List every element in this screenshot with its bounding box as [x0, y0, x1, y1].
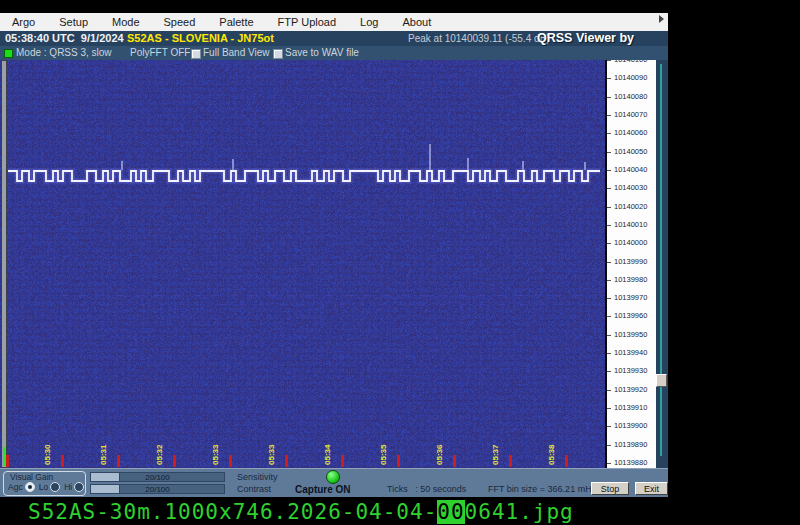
filename-highlight: 00	[437, 500, 464, 524]
menu-item-speed[interactable]: Speed	[152, 13, 208, 31]
freq-label: 10139980	[607, 276, 647, 284]
capture-led-icon	[326, 470, 340, 484]
audio-level-meter	[1, 60, 7, 468]
time-tick-mark	[173, 455, 176, 467]
freq-label: 10139910	[607, 404, 647, 412]
time-tick-mark	[117, 455, 120, 467]
menu-item-mode[interactable]: Mode	[100, 13, 152, 31]
time-tick-mark	[397, 455, 400, 467]
freq-label: 10140020	[607, 203, 647, 211]
contrast-slider[interactable]: 20/100	[90, 484, 225, 494]
mode-status: Mode : QRSS 3, slow	[16, 47, 112, 58]
freq-label: 10139950	[607, 331, 647, 339]
time-tick-label: 05:32	[155, 435, 165, 465]
time-tick-mark	[565, 455, 568, 467]
freq-label: 10140060	[607, 129, 647, 137]
visual-gain-option-label[interactable]: Hi	[64, 482, 72, 492]
time-tick-label: 05:38	[547, 435, 557, 465]
time-tick-label: 05:35	[379, 435, 389, 465]
full-band-view-label[interactable]: Full Band View	[203, 47, 270, 58]
visual-gain-option-label[interactable]: Lo	[39, 482, 48, 492]
save-wav-checkbox[interactable]	[273, 49, 283, 59]
time-tick-mark	[509, 455, 512, 467]
freq-label: 10139960	[607, 312, 647, 320]
time-tick-label: 05:33	[267, 435, 277, 465]
freq-label: 10139920	[607, 386, 647, 394]
scrollbar-thumb[interactable]	[656, 374, 667, 387]
time-tick-label: 05:37	[491, 435, 501, 465]
freq-label: 10139890	[607, 441, 647, 449]
menu-item-argo[interactable]: Argo	[0, 13, 47, 31]
freq-label: 10140000	[607, 239, 647, 247]
menu-item-setup[interactable]: Setup	[47, 13, 100, 31]
polyfft-toggle[interactable]: PolyFFT OFF	[130, 47, 190, 58]
control-panel: Visual Gain AgcLoHi 20/100 Sensitivity 2…	[0, 468, 668, 497]
menu-bar: ArgoSetupModeSpeedPaletteFTP UploadLogAb…	[0, 13, 668, 32]
ticks-info: Ticks : 50 seconds	[387, 484, 466, 494]
freq-label: 10140030	[607, 184, 647, 192]
sensitivity-value: 20/100	[91, 473, 224, 482]
freq-label: 10139970	[607, 294, 647, 302]
freq-label: 10140100	[607, 60, 647, 64]
utc-clock: 05:38:40 UTC 9/1/2024	[5, 32, 124, 44]
full-band-view-checkbox[interactable]	[191, 49, 201, 59]
menu-item-log[interactable]: Log	[348, 13, 390, 31]
filename-post: 0641.jpg	[465, 500, 574, 524]
mode-led-icon	[4, 49, 13, 58]
exit-button[interactable]: Exit	[635, 482, 668, 495]
scrollbar-track[interactable]	[660, 64, 662, 456]
visual-gain-radios: AgcLoHi	[8, 482, 88, 492]
menu-overflow-arrow-icon[interactable]	[659, 15, 664, 23]
visual-gain-group: Visual Gain AgcLoHi	[3, 471, 86, 496]
status-bar: 05:38:40 UTC 9/1/2024 S52AS - SLOVENIA -…	[0, 31, 668, 46]
time-tick-mark	[453, 455, 456, 467]
freq-label: 10140090	[607, 74, 647, 82]
sensitivity-slider[interactable]: 20/100	[90, 472, 225, 482]
visual-gain-radio-hi[interactable]	[74, 482, 84, 492]
station-callsign: S52AS - SLOVENIA - JN75ot	[127, 32, 274, 44]
capture-status: Capture ON	[295, 484, 351, 495]
time-tick-mark	[6, 455, 9, 467]
time-tick-mark	[341, 455, 344, 467]
filename-pre: S52AS-30m.1000x746.2026-04-04-	[28, 500, 437, 524]
visual-gain-option-label[interactable]: Agc	[8, 482, 23, 492]
waterfall-noise	[0, 60, 605, 468]
freq-label: 10139900	[607, 422, 647, 430]
time-tick-label: 05:36	[435, 435, 445, 465]
mode-bar: Mode : QRSS 3, slow PolyFFT OFF Full Ban…	[0, 46, 668, 61]
time-tick-label: 05:33	[211, 435, 221, 465]
freq-label: 10139990	[607, 258, 647, 266]
visual-gain-radio-agc[interactable]	[25, 482, 35, 492]
frequency-scrollbar[interactable]	[656, 60, 668, 468]
visual-gain-title: Visual Gain	[10, 472, 53, 482]
freq-label: 10140050	[607, 148, 647, 156]
frequency-scale: 1014010010140090101400801014007010140060…	[605, 60, 656, 468]
waterfall-display[interactable]: 05:3005:3105:3205:3305:3305:3405:3505:36…	[0, 60, 605, 468]
visual-gain-radio-lo[interactable]	[50, 482, 60, 492]
stop-button[interactable]: Stop	[591, 482, 629, 495]
time-tick-label: 05:30	[43, 435, 53, 465]
freq-label: 10140070	[607, 111, 647, 119]
saved-capture-filename: S52AS-30m.1000x746.2026-04-04-000641.jpg	[28, 500, 574, 524]
time-tick-mark	[285, 455, 288, 467]
time-tick-mark	[61, 455, 64, 467]
menu-item-ftp-upload[interactable]: FTP Upload	[266, 13, 349, 31]
freq-label: 10140010	[607, 221, 647, 229]
time-tick-label: 05:31	[99, 435, 109, 465]
freq-label: 10139930	[607, 367, 647, 375]
contrast-label: Contrast	[237, 484, 271, 494]
freq-label: 10140040	[607, 166, 647, 174]
menu-item-palette[interactable]: Palette	[207, 13, 265, 31]
fft-bin-info: FFT bin size = 366.21 mHz	[488, 484, 596, 494]
freq-label: 10140080	[607, 93, 647, 101]
menu-item-about[interactable]: About	[390, 13, 443, 31]
freq-label: 10139880	[607, 459, 647, 467]
time-tick-mark	[229, 455, 232, 467]
freq-label: 10139940	[607, 349, 647, 357]
peak-readout: Peak at 10140039.11 (-55.4 dB)	[408, 33, 550, 44]
sensitivity-label: Sensitivity	[237, 472, 278, 482]
waterfall-spectrogram	[0, 60, 605, 468]
save-wav-label[interactable]: Save to WAV file	[285, 47, 359, 58]
contrast-value: 20/100	[91, 485, 224, 494]
time-tick-label: 05:34	[323, 435, 333, 465]
